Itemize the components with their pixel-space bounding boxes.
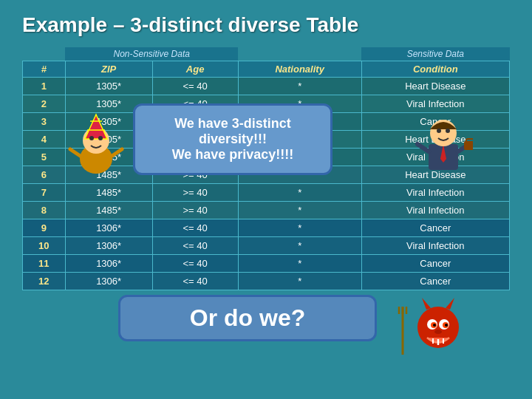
businessman-character <box>414 107 473 174</box>
svg-point-13 <box>437 129 441 133</box>
or-do-we-text: Or do we? <box>190 304 305 331</box>
party-character <box>66 111 126 177</box>
svg-rect-18 <box>466 139 473 143</box>
svg-marker-2 <box>85 115 107 139</box>
or-do-we-popup: Or do we? <box>118 295 377 341</box>
col-header-zip: ZIP <box>65 61 152 78</box>
svg-marker-25 <box>446 298 454 310</box>
svg-point-30 <box>433 324 436 327</box>
column-header-row: # ZIP Age Nationality Condition <box>23 61 510 78</box>
svg-line-8 <box>70 149 81 157</box>
col-header-condition: Condition <box>361 61 509 78</box>
table-row: 101306*<= 40*Viral Infection <box>23 237 510 255</box>
svg-point-32 <box>434 330 442 334</box>
slide: Example – 3-distinct diverse Table Non-S… <box>0 0 532 399</box>
empty-header <box>23 47 66 61</box>
diversity-popup: We have 3-distinct diversity!!! We have … <box>133 103 332 175</box>
group-header-row: Non-Sensitive Data Sensitive Data <box>23 47 510 61</box>
svg-point-6 <box>89 136 94 140</box>
non-sensitive-header: Non-Sensitive Data <box>65 47 238 61</box>
slide-title: Example – 3-distinct diverse Table <box>22 13 510 37</box>
popup-line1: We have 3-distinct <box>174 116 291 131</box>
svg-point-7 <box>98 136 103 140</box>
sensitive-header: Sensitive Data <box>361 47 509 61</box>
svg-point-31 <box>445 324 448 327</box>
svg-point-14 <box>446 129 450 133</box>
empty-header2 <box>238 47 361 61</box>
svg-line-15 <box>417 144 429 151</box>
popup-line3: We have privacy!!!! <box>172 147 294 162</box>
col-header-age: Age <box>152 61 238 78</box>
table-row: 121306*<= 40*Cancer <box>23 273 510 290</box>
svg-marker-24 <box>422 298 431 310</box>
table-row: 111306*<= 40*Cancer <box>23 255 510 273</box>
table-row: 71485*>= 40*Viral Infection <box>23 184 510 202</box>
table-row: 91306*<= 40*Cancer <box>23 219 510 237</box>
table-row: 81485*>= 40*Viral Infection <box>23 202 510 219</box>
popup-line2: diversity!!! <box>199 132 267 146</box>
col-header-num: # <box>23 61 66 78</box>
svg-line-9 <box>111 149 122 157</box>
table-row: 11305*<= 40*Heart Disease <box>23 78 510 95</box>
col-header-nationality: Nationality <box>238 61 361 78</box>
devil-character <box>395 292 462 358</box>
